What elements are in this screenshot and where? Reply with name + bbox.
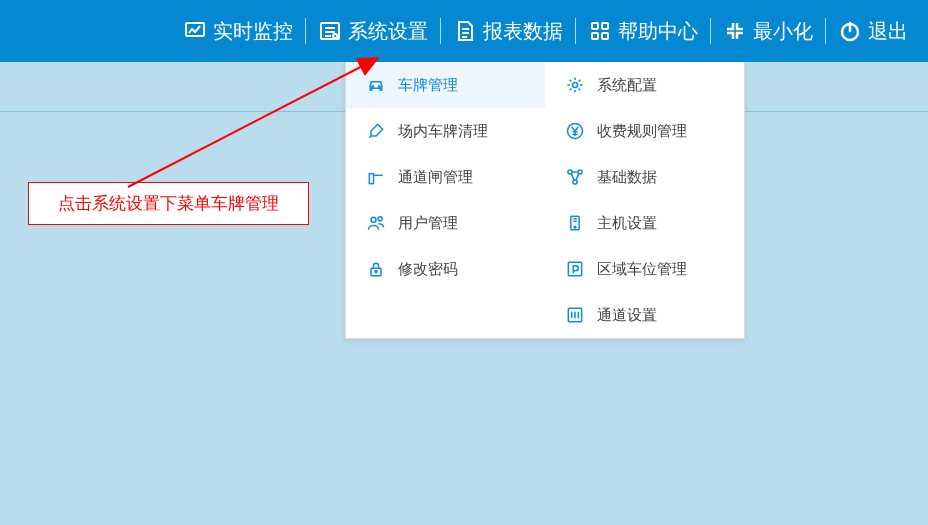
svg-rect-0 <box>186 23 204 36</box>
nav-report[interactable]: 报表数据 <box>445 18 571 45</box>
menu-system-config[interactable]: 系统配置 <box>545 62 744 108</box>
svg-point-12 <box>378 217 382 221</box>
svg-rect-4 <box>602 23 608 29</box>
menu-change-password[interactable]: 修改密码 <box>346 246 545 292</box>
menu-item-label: 通道设置 <box>597 306 657 325</box>
menu-item-label: 区域车位管理 <box>597 260 687 279</box>
menu-item-label: 主机设置 <box>597 214 657 233</box>
report-icon <box>453 19 477 43</box>
svg-point-14 <box>375 271 377 273</box>
nav-help-label: 帮助中心 <box>618 18 698 45</box>
menu-item-label: 基础数据 <box>597 168 657 187</box>
minimize-icon <box>723 19 747 43</box>
svg-rect-3 <box>592 23 598 29</box>
nav-settings[interactable]: 系统设置 <box>310 18 436 45</box>
settings-list-icon <box>318 19 342 43</box>
nav-monitor[interactable]: 实时监控 <box>175 18 301 45</box>
menu-basic-data[interactable]: 基础数据 <box>545 154 744 200</box>
menu-user-mgmt[interactable]: 用户管理 <box>346 200 545 246</box>
annotation-arrow <box>123 52 387 192</box>
menu-item-label: 通道闸管理 <box>398 168 473 187</box>
host-icon <box>565 213 585 233</box>
nav-separator <box>710 18 711 44</box>
nav-help[interactable]: 帮助中心 <box>580 18 706 45</box>
nav-separator <box>825 18 826 44</box>
menu-item-label: 修改密码 <box>398 260 458 279</box>
settings-dropdown: 车牌管理 场内车牌清理 通道闸管理 用户管理 修改密码 系统配置 收费规则管理 <box>345 62 745 339</box>
lock-icon <box>366 259 386 279</box>
nav-settings-label: 系统设置 <box>348 18 428 45</box>
callout-text: 点击系统设置下菜单车牌管理 <box>58 192 279 215</box>
svg-point-17 <box>568 170 572 174</box>
svg-rect-5 <box>592 33 598 39</box>
svg-point-15 <box>573 83 578 88</box>
nav-monitor-label: 实时监控 <box>213 18 293 45</box>
nav-separator <box>575 18 576 44</box>
nav-minimize-label: 最小化 <box>753 18 813 45</box>
yen-icon <box>565 121 585 141</box>
svg-rect-6 <box>602 33 608 39</box>
nav-report-label: 报表数据 <box>483 18 563 45</box>
svg-point-11 <box>371 217 376 222</box>
nav-separator <box>440 18 441 44</box>
svg-point-21 <box>574 226 576 228</box>
monitor-icon <box>183 19 207 43</box>
menu-item-label: 系统配置 <box>597 76 657 95</box>
nav-separator <box>305 18 306 44</box>
nodes-icon <box>565 167 585 187</box>
svg-rect-22 <box>568 262 581 275</box>
power-icon <box>838 19 862 43</box>
parking-icon <box>565 259 585 279</box>
svg-line-24 <box>128 58 378 187</box>
menu-item-label: 场内车牌清理 <box>398 122 488 141</box>
nav-exit-label: 退出 <box>868 18 908 45</box>
menu-item-label: 用户管理 <box>398 214 458 233</box>
menu-fee-rules[interactable]: 收费规则管理 <box>545 108 744 154</box>
dropdown-column-right: 系统配置 收费规则管理 基础数据 主机设置 区域车位管理 通道设置 <box>545 62 744 338</box>
svg-point-18 <box>578 170 582 174</box>
channel-icon <box>565 305 585 325</box>
users-icon <box>366 213 386 233</box>
gear-icon <box>565 75 585 95</box>
menu-channel-settings[interactable]: 通道设置 <box>545 292 744 338</box>
nav-minimize[interactable]: 最小化 <box>715 18 821 45</box>
menu-item-label: 车牌管理 <box>398 76 458 95</box>
menu-item-label: 收费规则管理 <box>597 122 687 141</box>
nav-exit[interactable]: 退出 <box>830 18 916 45</box>
help-grid-icon <box>588 19 612 43</box>
menu-host-settings[interactable]: 主机设置 <box>545 200 744 246</box>
menu-parking-zone[interactable]: 区域车位管理 <box>545 246 744 292</box>
svg-point-2 <box>333 34 337 38</box>
